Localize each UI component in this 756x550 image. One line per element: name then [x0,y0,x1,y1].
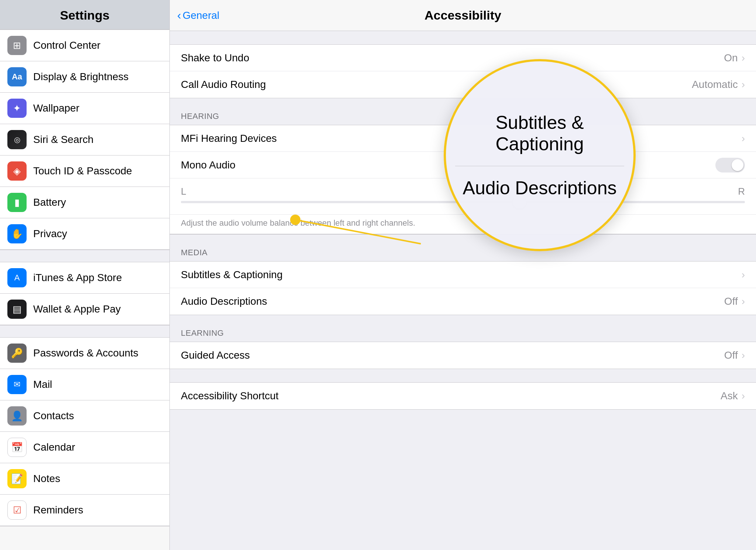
notes-icon: 📝 [7,469,27,488]
learning-rows: Guided Access Off › [170,342,756,369]
sidebar-item-notes[interactable]: 📝 Notes [0,463,169,495]
row-shake-to-undo[interactable]: Shake to Undo On › [170,45,756,71]
back-label: General [183,10,220,21]
sidebar-item-control-center[interactable]: ⊞ Control Center [0,30,169,61]
sidebar-group-system: ⊞ Control Center Aa Display & Brightness… [0,30,169,250]
sidebar-group-store: A iTunes & App Store ▤ Wallet & Apple Pa… [0,262,169,325]
sidebar-item-passwords[interactable]: 🔑 Passwords & Accounts [0,338,169,369]
sidebar-label-reminders: Reminders [33,504,83,516]
mail-icon: ✉ [7,375,27,394]
control-center-icon: ⊞ [7,36,27,55]
appstore-icon: A [7,268,27,287]
row-subtitles-captioning[interactable]: Subtitles & Captioning › [170,262,756,288]
sidebar-label-display: Display & Brightness [33,71,128,83]
slider-right-label: R [738,186,745,197]
shortcut-group: Accessibility Shortcut Ask › [170,382,756,410]
row-audio-descriptions[interactable]: Audio Descriptions Off › [170,288,756,315]
media-group: MEDIA Subtitles & Captioning › Audio Des… [170,248,756,315]
shortcut-rows: Accessibility Shortcut Ask › [170,382,756,410]
top-rows: Shake to Undo On › Call Audio Routing Au… [170,44,756,98]
sidebar-item-touchid[interactable]: ◈ Touch ID & Passcode [0,156,169,187]
sidebar-item-appstore[interactable]: A iTunes & App Store [0,262,169,294]
sidebar-label-appstore: iTunes & App Store [33,272,122,284]
subtitles-label: Subtitles & Captioning [181,269,283,281]
chevron-right-icon-7: › [742,390,745,402]
sidebar-title: Settings [60,8,109,22]
call-audio-value: Automatic › [692,79,745,90]
sidebar-item-reminders[interactable]: ☑ Reminders [0,495,169,526]
battery-icon: ▮ [7,193,27,212]
sidebar-list: ⊞ Control Center Aa Display & Brightness… [0,30,169,550]
shake-to-undo-value: On › [724,52,745,64]
media-rows: Subtitles & Captioning › Audio Descripti… [170,261,756,315]
sidebar-group-accounts: 🔑 Passwords & Accounts ✉ Mail 👤 Contacts… [0,337,169,526]
sidebar-label-siri: Siri & Search [33,134,93,146]
shortcut-value: Ask › [721,390,745,402]
learning-label: LEARNING [170,328,756,342]
privacy-icon: ✋ [7,224,27,243]
reminders-icon: ☑ [7,501,27,520]
media-label: MEDIA [170,248,756,261]
chevron-right-icon-6: › [742,349,745,361]
sidebar-label-mail: Mail [33,379,52,390]
chevron-right-icon-4: › [742,269,745,281]
sidebar-item-wallet[interactable]: ▤ Wallet & Apple Pay [0,294,169,325]
wallpaper-icon: ✦ [7,99,27,118]
sidebar-item-privacy[interactable]: ✋ Privacy [0,218,169,250]
passwords-icon: 🔑 [7,344,27,363]
sidebar-label-privacy: Privacy [33,228,67,240]
sidebar-label-wallpaper: Wallpaper [33,102,79,114]
sidebar-divider-1 [0,250,169,262]
zoom-item-subtitles: Subtitles & Captioning [446,101,633,166]
sidebar-label-control-center: Control Center [33,40,100,51]
chevron-right-icon-2: › [742,79,745,90]
mono-audio-label: Mono Audio [181,159,236,171]
top-rows-group: Shake to Undo On › Call Audio Routing Au… [170,44,756,98]
sidebar-item-display[interactable]: Aa Display & Brightness [0,61,169,93]
back-chevron-icon: ‹ [177,8,181,22]
sidebar-header: Settings [0,0,169,30]
touchid-icon: ◈ [7,161,27,181]
sidebar-label-touchid: Touch ID & Passcode [33,165,132,177]
sidebar-item-calendar[interactable]: 📅 Calendar [0,432,169,463]
back-button[interactable]: ‹ General [177,8,219,22]
row-accessibility-shortcut[interactable]: Accessibility Shortcut Ask › [170,383,756,409]
mfi-value: › [738,133,745,144]
subtitles-value: › [738,269,745,281]
sidebar-item-mail[interactable]: ✉ Mail [0,369,169,400]
chevron-right-icon-3: › [742,133,745,144]
sidebar-label-battery: Battery [33,197,66,208]
chevron-right-icon-5: › [742,296,745,307]
zoom-item-audio-desc: Audio Descriptions [446,166,633,210]
sidebar-label-passwords: Passwords & Accounts [33,347,138,359]
audio-desc-label: Audio Descriptions [181,296,267,307]
slider-hint: Adjust the audio volume balance between … [170,215,756,234]
contacts-icon: 👤 [7,406,27,426]
row-call-audio-routing[interactable]: Call Audio Routing Automatic › [170,71,756,98]
main-header: ‹ General Accessibility [170,0,756,31]
audio-desc-value: Off › [724,296,745,307]
mfi-label: MFi Hearing Devices [181,133,277,144]
sidebar-item-siri[interactable]: ◎ Siri & Search [0,124,169,156]
sidebar-item-contacts[interactable]: 👤 Contacts [0,400,169,432]
calendar-icon: 📅 [7,438,27,457]
main-panel: ‹ General Accessibility Shake to Undo On… [170,0,756,550]
sidebar-label-notes: Notes [33,473,60,485]
guided-access-value: Off › [724,349,745,361]
chevron-right-icon: › [742,52,745,64]
slider-left-label: L [181,186,186,197]
mono-toggle[interactable] [715,158,745,172]
sidebar: Settings ⊞ Control Center Aa Display & B… [0,0,170,550]
page-title: Accessibility [425,8,501,23]
zoom-overlay: Subtitles & Captioning Audio Description… [444,59,636,251]
shake-to-undo-label: Shake to Undo [181,52,249,64]
row-guided-access[interactable]: Guided Access Off › [170,342,756,369]
call-audio-label: Call Audio Routing [181,79,266,90]
sidebar-item-battery[interactable]: ▮ Battery [0,187,169,218]
learning-group: LEARNING Guided Access Off › [170,328,756,369]
display-icon: Aa [7,67,27,86]
wallet-icon: ▤ [7,300,27,319]
sidebar-item-wallpaper[interactable]: ✦ Wallpaper [0,93,169,124]
sidebar-divider-2 [0,325,169,337]
shortcut-label: Accessibility Shortcut [181,390,279,402]
